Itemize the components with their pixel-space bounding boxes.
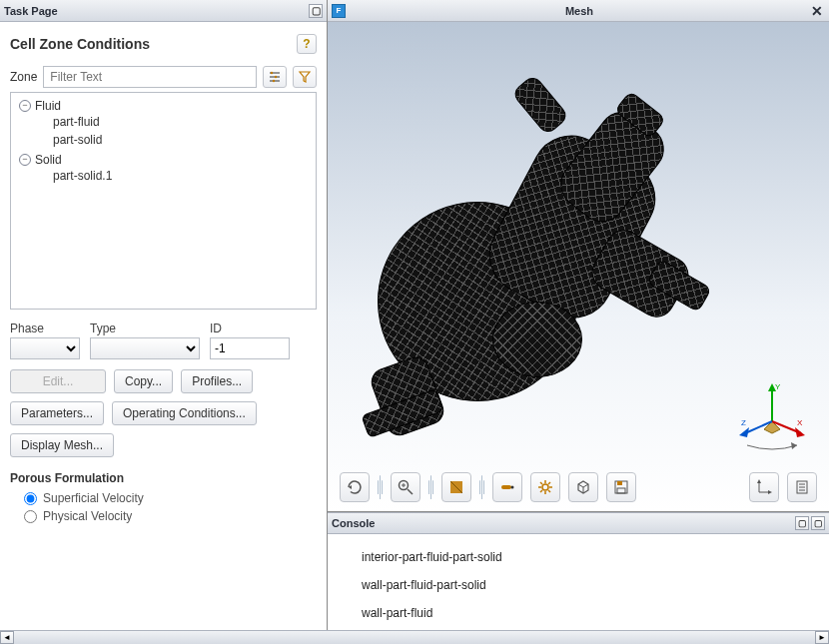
- display-mesh-button[interactable]: Display Mesh...: [10, 433, 114, 457]
- viewport-close-button[interactable]: ✕: [809, 3, 825, 19]
- console-line: wall-part-fluid: [334, 606, 823, 620]
- viewport-header: F Mesh ✕: [328, 0, 829, 22]
- viewport-toolbar: [328, 467, 829, 507]
- zone-label: Zone: [10, 66, 37, 88]
- id-input[interactable]: [210, 337, 290, 359]
- phase-select[interactable]: [10, 337, 80, 359]
- id-label: ID: [210, 322, 290, 335]
- tree-solid-label: Solid: [35, 153, 62, 167]
- task-page-panel: Task Page ▢ Cell Zone Conditions ? Zone: [0, 0, 328, 630]
- type-label: Type: [90, 322, 200, 335]
- tree-item-part-solid-1[interactable]: part-solid.1: [19, 167, 308, 185]
- scroll-right-arrow[interactable]: ►: [815, 631, 829, 644]
- app-icon: F: [332, 4, 346, 18]
- svg-rect-23: [501, 485, 511, 489]
- svg-line-30: [540, 482, 542, 484]
- tree-fluid-label: Fluid: [35, 99, 61, 113]
- mesh-model[interactable]: [338, 62, 797, 461]
- render-icon[interactable]: [441, 472, 471, 502]
- svg-point-25: [542, 484, 548, 490]
- task-page-header: Task Page ▢: [0, 0, 327, 22]
- zone-tree[interactable]: − Fluid part-fluid part-solid − Solid pa…: [10, 92, 317, 310]
- svg-point-4: [275, 76, 277, 78]
- save-view-icon[interactable]: [606, 472, 636, 502]
- svg-rect-36: [617, 488, 625, 493]
- radio-superficial-input[interactable]: [24, 492, 37, 505]
- operating-conditions-button[interactable]: Operating Conditions...: [112, 401, 257, 425]
- cell-zone-title: Cell Zone Conditions: [10, 36, 150, 52]
- zoom-icon[interactable]: [391, 472, 420, 502]
- radio-superficial[interactable]: Superficial Velocity: [10, 489, 317, 507]
- svg-text:Z: Z: [741, 418, 746, 427]
- svg-text:X: X: [797, 418, 803, 427]
- svg-line-33: [548, 482, 550, 484]
- svg-marker-10: [795, 427, 805, 437]
- parameters-button[interactable]: Parameters...: [10, 401, 104, 425]
- viewport-title: Mesh: [350, 5, 809, 17]
- radio-physical[interactable]: Physical Velocity: [10, 507, 317, 525]
- axes-icon[interactable]: [749, 472, 779, 502]
- settings-icon[interactable]: [530, 472, 560, 502]
- horizontal-scrollbar[interactable]: ◄ ►: [0, 630, 829, 644]
- zone-filter-input[interactable]: [43, 66, 257, 88]
- scroll-left-arrow[interactable]: ◄: [0, 631, 14, 644]
- svg-point-3: [271, 72, 273, 74]
- mesh-viewport[interactable]: Y X Z: [328, 22, 829, 512]
- tree-group-solid[interactable]: − Solid: [19, 153, 308, 167]
- console-popout-icon[interactable]: ▢: [795, 516, 809, 530]
- filter-funnel-icon[interactable]: [293, 66, 317, 88]
- porous-title: Porous Formulation: [10, 471, 317, 485]
- console-line: interior-part-fluid-part-solid: [334, 550, 823, 564]
- svg-text:Y: Y: [775, 382, 781, 391]
- section-title-row: Cell Zone Conditions ?: [10, 34, 317, 54]
- console-line: wall-part-fluid-part-solid: [334, 578, 823, 592]
- svg-line-19: [408, 489, 413, 494]
- svg-point-24: [511, 486, 514, 489]
- axis-triad[interactable]: Y X Z: [737, 381, 807, 451]
- cube-icon[interactable]: [568, 472, 598, 502]
- svg-line-32: [540, 490, 542, 492]
- collapse-icon[interactable]: −: [19, 100, 31, 112]
- copy-button[interactable]: Copy...: [114, 369, 173, 393]
- toolbar-separator: [479, 475, 484, 499]
- svg-point-5: [273, 80, 275, 82]
- console-close-icon[interactable]: ▢: [811, 516, 825, 530]
- console-output[interactable]: interior-part-fluid-part-solid wall-part…: [328, 534, 829, 630]
- radio-physical-input[interactable]: [24, 510, 37, 523]
- collapse-icon[interactable]: −: [19, 154, 31, 166]
- profiles-button[interactable]: Profiles...: [181, 369, 253, 393]
- filter-options-icon[interactable]: [263, 66, 287, 88]
- help-icon[interactable]: ?: [297, 34, 317, 54]
- rotate-icon[interactable]: [340, 472, 370, 502]
- type-select[interactable]: [90, 337, 200, 359]
- toolbar-separator: [378, 475, 383, 499]
- task-close-button[interactable]: ▢: [309, 4, 323, 18]
- console-title: Console: [332, 517, 375, 529]
- svg-marker-39: [757, 479, 761, 483]
- svg-marker-12: [739, 427, 749, 437]
- tree-group-fluid[interactable]: − Fluid: [19, 99, 308, 113]
- task-page-title: Task Page: [4, 5, 58, 17]
- phase-label: Phase: [10, 322, 80, 335]
- probe-icon[interactable]: [492, 472, 522, 502]
- svg-marker-16: [791, 442, 797, 449]
- svg-marker-40: [768, 490, 772, 494]
- svg-rect-35: [617, 481, 622, 485]
- doc-icon[interactable]: [787, 472, 817, 502]
- svg-line-31: [548, 490, 550, 492]
- tree-item-part-solid[interactable]: part-solid: [19, 131, 308, 149]
- porous-formulation: Porous Formulation Superficial Velocity …: [10, 471, 317, 525]
- tree-item-part-fluid[interactable]: part-fluid: [19, 113, 308, 131]
- toolbar-separator: [428, 475, 433, 499]
- edit-button[interactable]: Edit...: [10, 369, 106, 393]
- console-header: Console ▢ ▢: [328, 512, 829, 534]
